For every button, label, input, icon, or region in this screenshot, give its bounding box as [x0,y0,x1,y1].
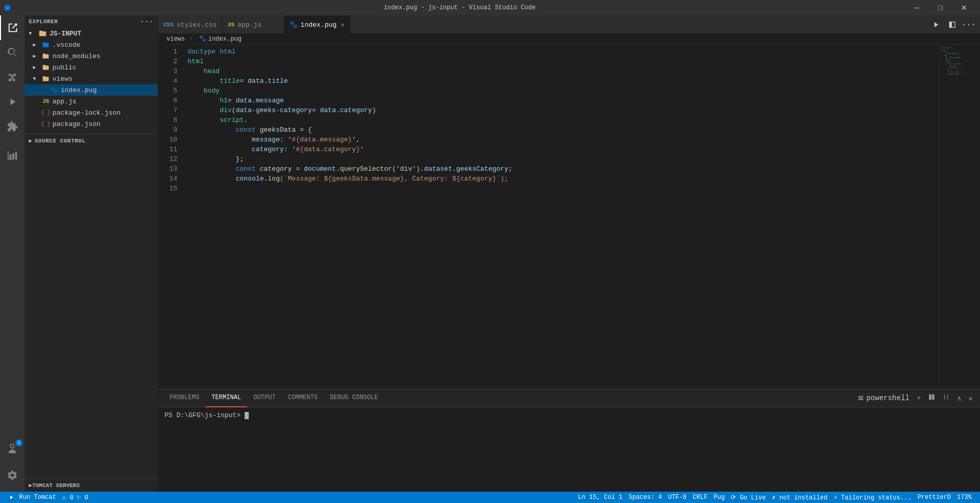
minimap-content: doctype html html head title= data.title… [941,47,978,76]
explorer-more-icon[interactable]: ··· [140,17,154,26]
editor-area: CSS styles.css JS app.js 🐾 index.pug ✕ [158,15,980,492]
terminal-panel: PROBLEMS TERMINAL OUTPUT COMMENTS DEBUG … [158,389,980,492]
new-terminal-icon[interactable]: + [915,393,923,403]
sc-chevron: ▶ [29,137,32,144]
minimize-button[interactable]: ─ [905,0,929,15]
editor-main: 1234 5678 9101112 131415 doctype html ht… [158,45,980,389]
tomcat-chevron: ▶ [29,482,32,489]
node-modules-icon [41,51,50,61]
app-js-tab-label: app.js [237,21,262,29]
tab-problems[interactable]: PROBLEMS [163,389,206,407]
maximize-button[interactable]: □ [929,0,952,15]
run-tomcat-status[interactable]: Run Tomcat [5,494,59,501]
package-lock-label: package-lock.json [52,109,121,117]
node-modules-folder[interactable]: ▶ node_modules [25,50,158,62]
problems-status[interactable]: ⚠ 0 ⚐ 0 [59,494,91,501]
index-pug-file[interactable]: ▶ 🐾 index.pug [25,84,158,96]
app-js-icon: JS [41,97,50,106]
extensions-activity-icon[interactable] [0,114,25,139]
explorer-header[interactable]: EXPLORER ··· [25,15,158,28]
terminal-actions: powershell + ∧ ✕ [855,392,975,404]
debug-console-label: DEBUG CONSOLE [330,394,378,401]
close-tab-icon[interactable]: ✕ [340,21,345,29]
code-editor[interactable]: doctype html html head title= data.title… [181,45,939,389]
prompt-text: PS D:\GFG\js-input> [164,411,245,419]
kill-terminal-icon[interactable] [940,392,952,404]
problems-label: PROBLEMS [170,394,199,401]
package-lock-file[interactable]: ▶ { } package-lock.json [25,107,158,118]
pug-tab-icon: 🐾 [289,21,298,29]
terminal-cursor [245,412,249,419]
terminal-label: TERMINAL [212,394,242,401]
run-editor-icon[interactable] [929,17,943,32]
vscode-folder[interactable]: ▶ .vscode [25,39,158,50]
root-folder-label: JS-INPUT [49,30,81,38]
split-editor-icon[interactable] [945,17,959,32]
window-controls: ─ □ ✕ [905,0,976,15]
tab-terminal[interactable]: TERMINAL [206,389,248,407]
source-control-activity-icon[interactable] [0,65,25,89]
language-mode-status[interactable]: Pug [711,494,728,501]
more-editor-icon[interactable]: ··· [961,17,976,32]
explorer-label: EXPLORER [29,19,58,25]
terminal-prompt: PS D:\GFG\js-input> [164,411,974,419]
breadcrumb-index-pug[interactable]: 🐾index.pug [197,35,242,43]
close-button[interactable]: ✕ [952,0,976,15]
tomcat-label: TOMCAT SERVERS [32,482,80,489]
code-line-7: div(data-geeks-category= data.category) [188,105,939,115]
views-icon [41,74,50,83]
go-live-status[interactable]: ⟳ Go Live [728,494,769,501]
chart-activity-icon[interactable] [0,143,25,168]
public-folder[interactable]: ▶ public [25,62,158,73]
tab-comments[interactable]: COMMENTS [282,389,324,407]
close-terminal-icon[interactable]: ✕ [967,393,975,404]
activity-bar: 1 [0,15,25,492]
settings-activity-icon[interactable] [0,463,25,488]
indent-status[interactable]: Spaces: 4 [625,494,665,501]
package-json-icon: { } [41,119,50,129]
tab-app-js[interactable]: JS app.js [223,15,284,33]
public-icon [41,63,50,72]
package-json-file[interactable]: ▶ { } package.json [25,118,158,130]
node-modules-label: node_modules [52,52,101,60]
zoom-status[interactable]: 173% [954,494,975,501]
maximize-terminal-icon[interactable]: ∧ [955,393,963,404]
breadcrumb-views[interactable]: views [167,35,185,43]
code-line-14: console.log(`Message: ${geeksData.messag… [188,174,939,184]
tabs-row: CSS styles.css JS app.js 🐾 index.pug ✕ [158,15,980,33]
app-logo [4,5,10,11]
tab-debug-console[interactable]: DEBUG CONSOLE [324,389,384,407]
views-folder[interactable]: ▼ views [25,73,158,84]
more-dots-icon: ··· [961,20,976,29]
split-terminal-icon[interactable] [926,392,937,404]
public-chevron: ▶ [33,64,41,70]
search-activity-icon[interactable] [0,40,25,65]
source-control-header[interactable]: ▶ SOURCE CONTROL [25,134,158,147]
line-ending-status[interactable]: CRLF [690,494,711,501]
cursor-position-status[interactable]: Ln 15, Col 1 [575,494,625,501]
code-line-8: script. [188,115,939,125]
tab-styles-css[interactable]: CSS styles.css [158,15,223,33]
tab-output[interactable]: OUTPUT [247,389,282,407]
terminal-body[interactable]: PS D:\GFG\js-input> [158,407,980,492]
account-activity-icon[interactable]: 1 [0,436,25,461]
minimap: doctype html html head title= data.title… [939,45,980,389]
code-line-3: head [188,66,939,76]
app-js-file[interactable]: ▶ JS app.js [25,96,158,107]
run-activity-icon[interactable] [0,89,25,114]
encoding-status[interactable]: UTF-8 [665,494,690,501]
code-line-12: }; [188,154,939,164]
explorer-activity-icon[interactable] [0,15,25,40]
tab-index-pug[interactable]: 🐾 index.pug ✕ [284,15,351,33]
prettier-status[interactable]: PrettierD [914,494,954,501]
tailoring-status[interactable]: ⚡ Tailoring status... [830,494,914,501]
root-folder-chevron: ▼ [29,31,37,37]
tomcat-servers-header[interactable]: ▶ TOMCAT SERVERS [25,479,158,492]
output-label: OUTPUT [253,394,275,401]
css-tab-icon: CSS [163,22,174,28]
code-line-10: message: '#{data.message}', [188,135,939,145]
not-installed-status[interactable]: ✗ not installed [769,494,830,501]
styles-css-label: styles.css [177,21,217,29]
app-js-label: app.js [52,98,77,105]
root-folder[interactable]: ▼ JS-INPUT [25,28,158,39]
